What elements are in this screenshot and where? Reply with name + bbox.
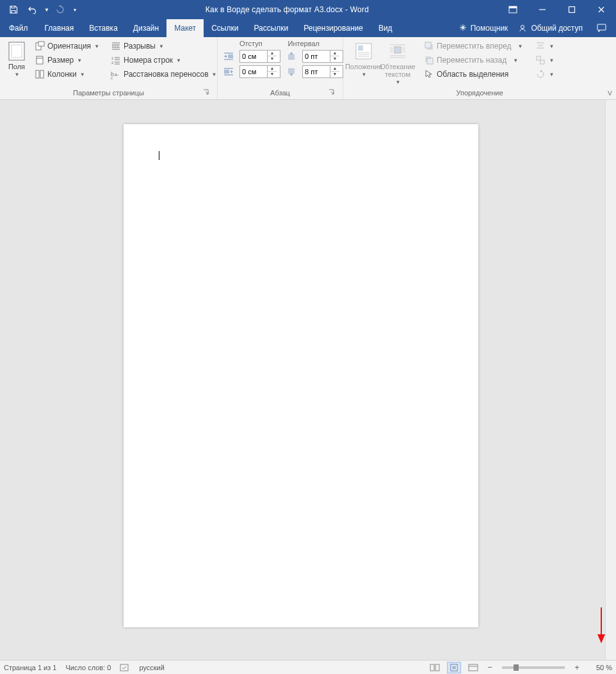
svg-rect-11: [36, 56, 43, 64]
share-button[interactable]: Общий доступ: [512, 24, 589, 33]
web-layout-button[interactable]: [466, 662, 480, 673]
ribbon-tabs: Файл Главная Вставка Дизайн Макет Ссылки…: [0, 19, 616, 37]
zoom-out-button[interactable]: −: [485, 662, 494, 672]
tab-file[interactable]: Файл: [0, 19, 37, 37]
svg-text:2: 2: [111, 61, 114, 65]
breaks-button[interactable]: Разрывы▼: [108, 40, 219, 52]
tab-review[interactable]: Рецензирование: [296, 19, 371, 37]
minimize-button[interactable]: [528, 0, 557, 19]
ribbon: Поля ▼ Ориентация▼ Размер▼ Колонки▼: [0, 37, 616, 100]
size-icon: [35, 55, 45, 65]
svg-rect-25: [427, 58, 433, 64]
svg-rect-33: [469, 664, 478, 671]
svg-rect-13: [40, 70, 44, 78]
group-title-arrange: Упорядочение: [348, 88, 611, 98]
space-after-input[interactable]: ▲▼: [302, 65, 343, 78]
svg-rect-1: [509, 6, 517, 8]
hyphenation-button[interactable]: ba-c Расстановка переносов▼: [108, 68, 219, 81]
proofing-icon[interactable]: [120, 663, 130, 672]
svg-point-4: [461, 26, 464, 29]
indent-right-input[interactable]: ▲▼: [239, 65, 280, 78]
tab-home[interactable]: Главная: [37, 19, 82, 37]
rotate-button: ▼: [533, 68, 556, 81]
svg-rect-3: [569, 7, 575, 13]
columns-button[interactable]: Колонки▼: [32, 68, 102, 81]
status-bar: Страница 1 из 1 Число слов: 0 русский − …: [0, 660, 616, 674]
annotation-arrow-icon: [596, 606, 607, 645]
svg-text:c: c: [111, 76, 113, 79]
comments-icon[interactable]: [593, 24, 611, 33]
selection-pane-icon: [424, 69, 434, 79]
share-label: Общий доступ: [531, 24, 583, 33]
redo-button[interactable]: [52, 1, 69, 18]
undo-button[interactable]: [24, 1, 41, 18]
zoom-level[interactable]: 50 %: [587, 664, 612, 671]
wrap-text-button: Обтекание текстом▼: [379, 40, 416, 85]
collapse-ribbon-button[interactable]: ᐯ: [608, 90, 612, 97]
svg-rect-12: [36, 70, 39, 78]
line-numbers-button[interactable]: 12 Номера строк▼: [108, 54, 219, 67]
window-controls: [498, 0, 616, 19]
size-button[interactable]: Размер▼: [32, 54, 102, 67]
close-button[interactable]: [587, 0, 616, 19]
tab-design[interactable]: Дизайн: [126, 19, 166, 37]
ribbon-display-options[interactable]: [498, 0, 528, 19]
page-setup-dialog-launcher[interactable]: [203, 89, 211, 97]
position-icon: [353, 41, 374, 61]
quick-access-toolbar: ▼ ▾: [0, 1, 76, 18]
titlebar: ▼ ▾ Как в Ворде сделать формат А3.docx -…: [0, 0, 616, 19]
print-layout-button[interactable]: [447, 662, 461, 673]
group-title-paragraph: Абзац: [223, 88, 337, 98]
page[interactable]: [124, 124, 478, 627]
space-before-input[interactable]: ▲▼: [302, 50, 343, 63]
tab-mailings[interactable]: Рассылки: [246, 19, 296, 37]
line-numbers-icon: 12: [111, 55, 121, 65]
indent-left-icon: [223, 51, 234, 62]
orientation-icon: [35, 41, 45, 51]
vertical-scrollbar[interactable]: [605, 100, 616, 660]
margins-label: Поля: [8, 63, 25, 70]
save-button[interactable]: [5, 1, 22, 18]
wrap-text-icon: [387, 41, 408, 61]
status-language[interactable]: русский: [139, 664, 164, 671]
svg-rect-26: [537, 56, 540, 60]
svg-text:1: 1: [111, 56, 114, 60]
svg-rect-27: [540, 60, 544, 64]
undo-dropdown[interactable]: ▼: [44, 7, 49, 13]
spacing-header: Интервал: [288, 40, 320, 47]
paragraph-dialog-launcher[interactable]: [328, 89, 336, 97]
read-mode-button[interactable]: [428, 662, 442, 673]
tab-insert[interactable]: Вставка: [81, 19, 126, 37]
indent-right-icon: [223, 66, 234, 77]
svg-rect-29: [120, 664, 128, 671]
tell-me-label: Помощник: [471, 24, 508, 33]
tab-layout[interactable]: Макет: [166, 19, 204, 37]
indent-left-input[interactable]: ▲▼: [239, 50, 280, 63]
hyphenation-icon: ba-c: [111, 69, 121, 79]
zoom-in-button[interactable]: +: [572, 662, 581, 672]
selection-pane-button[interactable]: Область выделения: [421, 68, 525, 81]
status-word-count[interactable]: Число слов: 0: [65, 664, 111, 671]
orientation-button[interactable]: Ориентация▼: [32, 40, 102, 52]
zoom-slider[interactable]: [502, 666, 565, 669]
bring-forward-button: Переместить вперед▼: [421, 40, 525, 52]
maximize-button[interactable]: [557, 0, 587, 19]
send-backward-icon: [424, 55, 434, 65]
text-cursor: [159, 151, 159, 160]
position-button: Положение▼: [348, 40, 379, 77]
svg-rect-21: [394, 47, 401, 53]
tab-references[interactable]: Ссылки: [204, 19, 246, 37]
tell-me[interactable]: Помощник: [459, 24, 508, 33]
status-page[interactable]: Страница 1 из 1: [4, 664, 56, 671]
svg-point-5: [521, 26, 524, 29]
chevron-down-icon: ▼: [15, 72, 20, 77]
margins-button[interactable]: Поля ▼: [5, 40, 28, 77]
svg-rect-10: [38, 42, 44, 46]
bring-forward-icon: [424, 41, 434, 51]
space-before-icon: [286, 51, 297, 62]
tab-view[interactable]: Вид: [371, 19, 400, 37]
svg-rect-31: [435, 664, 439, 671]
svg-rect-30: [430, 664, 434, 671]
document-area[interactable]: [0, 100, 616, 660]
group-title-page-setup: Параметры страницы: [5, 88, 212, 98]
